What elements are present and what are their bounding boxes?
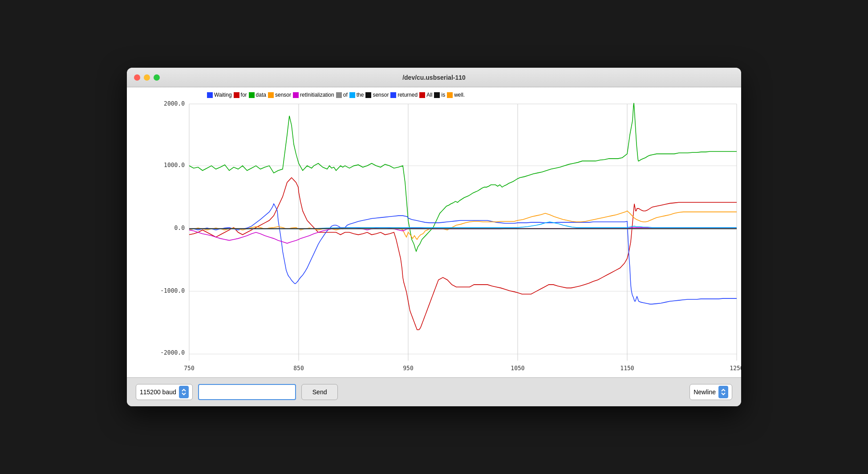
legend-label-returned: returned xyxy=(397,92,418,98)
legend-color-for xyxy=(234,92,239,98)
legend-label-of: of xyxy=(343,92,348,98)
legend-label-well: well. xyxy=(454,92,465,98)
legend-item-data: data xyxy=(249,92,266,98)
legend-color-retinitialization xyxy=(293,92,299,98)
legend-item-well: well. xyxy=(447,92,465,98)
legend-item-sensor1: sensor xyxy=(268,92,291,98)
legend-item-returned: returned xyxy=(390,92,418,98)
svg-text:-2000.0: -2000.0 xyxy=(160,349,185,356)
svg-text:1000.0: 1000.0 xyxy=(164,162,185,168)
legend-item-all: All xyxy=(419,92,432,98)
baud-rate-selector[interactable]: 115200 baud xyxy=(136,384,193,400)
legend-item-waiting: Waiting xyxy=(207,92,232,98)
svg-text:1250: 1250 xyxy=(730,365,741,372)
newline-label: Newline xyxy=(694,388,716,396)
close-button[interactable] xyxy=(134,74,140,81)
svg-text:950: 950 xyxy=(403,365,413,372)
legend-label-sensor1: sensor xyxy=(275,92,291,98)
baud-rate-label: 115200 baud xyxy=(140,388,176,396)
baud-rate-arrows[interactable] xyxy=(179,386,189,398)
titlebar: /dev/cu.usbserial-110 xyxy=(127,68,741,87)
legend-color-sensor2 xyxy=(365,92,371,98)
send-button[interactable]: Send xyxy=(301,384,338,400)
svg-text:1150: 1150 xyxy=(620,365,634,372)
legend-color-of xyxy=(336,92,342,98)
serial-input[interactable] xyxy=(198,384,296,400)
legend-color-sensor1 xyxy=(268,92,274,98)
legend-label-is: is xyxy=(441,92,445,98)
legend-item-sensor2: sensor xyxy=(365,92,389,98)
legend-color-well xyxy=(447,92,453,98)
legend-color-is xyxy=(434,92,440,98)
legend-label-data: data xyxy=(256,92,266,98)
svg-text:1050: 1050 xyxy=(511,365,524,372)
main-window: /dev/cu.usbserial-110 Waiting for data s… xyxy=(127,68,741,406)
legend-item-for: for xyxy=(234,92,247,98)
chart-legend: Waiting for data sensor retInitializatio… xyxy=(207,92,465,98)
maximize-button[interactable] xyxy=(154,74,160,81)
svg-text:2000.0: 2000.0 xyxy=(164,100,185,106)
legend-color-all xyxy=(419,92,425,98)
legend-label-the: the xyxy=(357,92,364,98)
svg-text:750: 750 xyxy=(184,365,194,372)
svg-text:850: 850 xyxy=(293,365,304,372)
legend-color-the xyxy=(349,92,355,98)
window-title: /dev/cu.usbserial-110 xyxy=(402,74,466,81)
legend-label-retinitialization: retInitialization xyxy=(300,92,334,98)
svg-text:-1000.0: -1000.0 xyxy=(160,287,185,294)
newline-arrows-icon xyxy=(720,388,726,396)
legend-label-for: for xyxy=(241,92,247,98)
baud-arrows-icon xyxy=(181,388,187,396)
newline-arrows[interactable] xyxy=(718,386,728,398)
legend-color-data xyxy=(249,92,255,98)
minimize-button[interactable] xyxy=(144,74,150,81)
svg-text:0.0: 0.0 xyxy=(174,225,185,231)
legend-label-all: All xyxy=(426,92,432,98)
chart-area: Waiting for data sensor retInitializatio… xyxy=(127,87,741,377)
legend-label-waiting: Waiting xyxy=(214,92,232,98)
window-buttons xyxy=(134,74,160,81)
legend-item-retinitialization: retInitialization xyxy=(293,92,334,98)
legend-color-returned xyxy=(390,92,396,98)
legend-item-is: is xyxy=(434,92,445,98)
legend-item-the: the xyxy=(349,92,364,98)
legend-item-of: of xyxy=(336,92,348,98)
bottom-toolbar: 115200 baud Send Newline xyxy=(127,377,741,406)
chart-svg: 2000.0 1000.0 0.0 -1000.0 -2000.0 750 85… xyxy=(127,87,741,377)
legend-label-sensor2: sensor xyxy=(373,92,389,98)
newline-selector[interactable]: Newline xyxy=(690,384,732,400)
legend-color-waiting xyxy=(207,92,213,98)
